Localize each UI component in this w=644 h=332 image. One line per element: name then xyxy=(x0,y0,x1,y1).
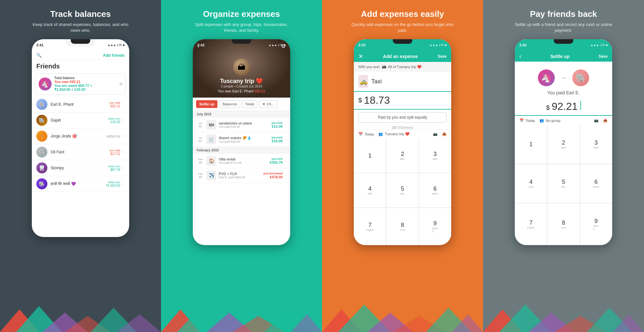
key-7[interactable]: 7PQRS xyxy=(354,208,386,245)
description-input[interactable] xyxy=(371,78,447,85)
chevron-oli: › xyxy=(124,150,125,154)
expense-icon-4: ✈️ xyxy=(206,171,216,180)
expense-flight[interactable]: Feb25 ✈️ PVD > FLR Earl E. paid €956.00 … xyxy=(193,168,290,183)
add-expense-header: ✕ Add an expense Save xyxy=(354,51,451,62)
key4-3[interactable]: 3DEF xyxy=(580,125,612,164)
chevron-earl: › xyxy=(124,103,125,106)
save-button-3[interactable]: Save xyxy=(438,54,447,59)
friend-name-haathi: हाथी मेरे साथी 💜 xyxy=(51,182,103,186)
camera-icon-wrap[interactable]: 📷 xyxy=(433,132,438,136)
share-icon-wrap-4[interactable]: 📤 xyxy=(603,118,608,123)
search-icon[interactable]: 🔍 xyxy=(36,53,42,58)
group-owe-text: You owe Earl E. Phant €92.21 xyxy=(218,89,265,93)
balance-menu-icon[interactable]: ≡ xyxy=(119,81,122,87)
friend-avatar-gajah: 🐘 xyxy=(36,115,47,126)
group-picker-4[interactable]: 👥 No group xyxy=(539,118,560,123)
currency-symbol: $ xyxy=(358,97,362,104)
date-picker-4[interactable]: 📅 Today xyxy=(519,118,535,123)
settle-amount: 92.21 xyxy=(552,101,578,113)
split-sub: ($9.37/person) xyxy=(354,126,451,129)
time-1: 2:41 xyxy=(36,43,43,47)
balances-button[interactable]: Balances xyxy=(219,100,240,108)
balance-text: Total balance You owe €92.21 You are owe… xyxy=(54,76,117,92)
friend-name-jorge: Jorge Jirafa 🎯 xyxy=(51,134,103,138)
back-button-2[interactable]: ‹ xyxy=(197,43,199,49)
key4-5[interactable]: 5JKL xyxy=(547,164,579,203)
with-bar: With you and: 🏔 All of Tuscany trip ❤️ xyxy=(354,62,451,72)
friend-row-earl[interactable]: 🐘 Earl E. Phant you owe€92.21 › xyxy=(32,97,129,113)
category-icon[interactable]: 🚕 xyxy=(358,75,368,88)
friends-title-bar: Friends xyxy=(32,60,129,71)
key-4[interactable]: 4GHI xyxy=(354,173,386,208)
calendar-icon: 📅 xyxy=(358,132,363,136)
expense-name-4: PVD > FLR xyxy=(219,172,261,176)
camera-icon-wrap-4[interactable]: 📷 xyxy=(594,118,599,123)
key4-6[interactable]: 6MNO xyxy=(580,164,612,203)
panel-add-expenses: Add expenses easily Quickly add expenses… xyxy=(322,0,483,332)
panel-pay-friends: Pay friends back Settle up with a friend… xyxy=(483,0,644,332)
friend-row-oli[interactable]: 🐘 Oli Fant you owe$17.51 › xyxy=(32,144,129,160)
key-2[interactable]: 2ABC xyxy=(386,138,418,173)
settle-up-button[interactable]: Settle up xyxy=(196,100,217,108)
key-5[interactable]: 5JKL xyxy=(386,173,418,208)
share-icon-wrap[interactable]: 📤 xyxy=(442,132,447,136)
expense-info-1: sandwiches on plane You paid €24.00 xyxy=(219,121,269,128)
chevron-1: › xyxy=(285,123,286,127)
key4-1[interactable]: 1 xyxy=(515,125,547,164)
panel-2-title: Organize expenses xyxy=(203,9,280,19)
chevron-jorge: › xyxy=(124,135,125,138)
friend-row-gajah[interactable]: 🐘 Gajah owes you£20.00 › xyxy=(32,113,129,128)
key4-7[interactable]: 7PQRS xyxy=(515,203,547,245)
mountain-decoration-3 xyxy=(322,300,483,332)
key4-8[interactable]: 8TUV xyxy=(547,203,579,245)
friend-name-stompy: Stompy xyxy=(51,166,105,170)
settle-up-title: Settle up xyxy=(550,54,569,59)
mountain-decoration-1 xyxy=(0,300,161,332)
friend-row-stompy[interactable]: 🦷 Stompy owes you$87.28 › xyxy=(32,160,129,176)
save-button-4[interactable]: Save xyxy=(599,54,608,59)
friend-avatar-earl: 🐘 xyxy=(36,99,47,110)
panel-3-subtitle: Quickly add expenses on the go before yo… xyxy=(351,22,454,33)
settle-avatars: 🦄 → 🐘 xyxy=(515,62,612,90)
section-july: July 2019 xyxy=(193,111,290,118)
key-8[interactable]: 8TUV xyxy=(386,208,418,245)
chevron-2: › xyxy=(285,138,286,141)
add-friends-link[interactable]: Add friends xyxy=(103,53,125,58)
balance-card[interactable]: 🦄 Total balance You owe €92.21 You are o… xyxy=(35,73,126,95)
key4-4[interactable]: 4GHI xyxy=(515,164,547,203)
key-1[interactable]: 1 xyxy=(354,138,386,173)
expense-amount-1: you lent €12.00 xyxy=(271,121,283,128)
settings-icon[interactable]: ⚙ xyxy=(281,43,286,49)
expense-info-4: PVD > FLR Earl E. paid €956.00 xyxy=(219,172,261,179)
group-name-3: All of Tuscany trip ❤️ xyxy=(388,65,422,69)
expense-villa[interactable]: Feb26 🏠 Villa rental You paid €711.58 yo… xyxy=(193,154,290,168)
back-button-4[interactable]: ‹ xyxy=(519,53,521,60)
section-feb: February 2019 xyxy=(193,147,290,154)
settle-up-header: ‹ Settle up Save xyxy=(515,51,612,62)
more-button[interactable]: ▼ Ch... xyxy=(259,100,277,108)
key-3[interactable]: 3DEF xyxy=(419,138,451,173)
key4-9[interactable]: 9WXYZ xyxy=(580,203,612,245)
expense-sub-1: You paid €24.00 xyxy=(219,125,269,128)
close-button[interactable]: ✕ xyxy=(358,53,363,60)
expense-amount-3: you lent €355.79 xyxy=(270,157,283,164)
friend-row-haathi[interactable]: 🐘 हाथी मेरे साथी 💜 owes you₹1,550.50 › xyxy=(32,176,129,192)
expense-snacks[interactable]: Jul01 🛒 Airport snacks 🥐💧 You paid €36.0… xyxy=(193,132,290,147)
expense-sandwiches[interactable]: Jul01 🍽 sandwiches on plane You paid €24… xyxy=(193,118,290,132)
key-9[interactable]: 9WXYZ xyxy=(419,208,451,245)
friend-row-jorge[interactable]: 🦒 Jorge Jirafa 🎯 settled up › xyxy=(32,128,129,144)
key4-2[interactable]: 2ABC xyxy=(547,125,579,164)
status-bar-1: 2:41 ▲▲▲ LTE ■ xyxy=(32,39,129,51)
chevron-3: › xyxy=(285,159,286,163)
group-avatar: 🏔 xyxy=(233,59,250,76)
totals-button[interactable]: Totals xyxy=(242,100,257,108)
key-6[interactable]: 6MNO xyxy=(419,173,451,208)
mountain-decoration-2 xyxy=(161,300,322,332)
payer-avatar: 🦄 xyxy=(538,69,555,86)
group-label-4: No group xyxy=(546,119,560,123)
expense-info-3: Villa rental You paid €711.58 xyxy=(219,157,267,164)
split-button[interactable]: Paid by you and split equally xyxy=(358,112,447,123)
mountain-decoration-4 xyxy=(483,300,644,332)
date-picker[interactable]: 📅 Today xyxy=(358,132,374,136)
group-picker[interactable]: 👥 Tuscany trip ❤️ xyxy=(378,132,410,136)
